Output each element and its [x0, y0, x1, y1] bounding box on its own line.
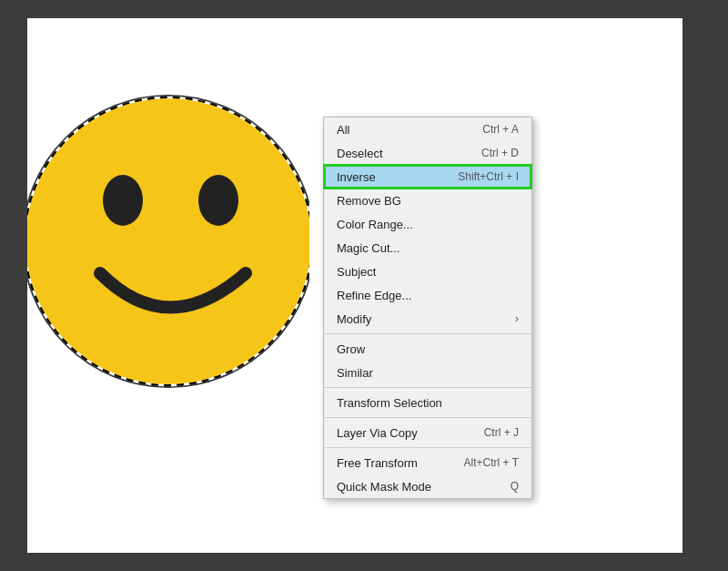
- menu-item-label-similar: Similar: [337, 366, 519, 380]
- menu-item-label-quick-mask: Quick Mask Mode: [337, 480, 501, 494]
- menu-item-refine-edge[interactable]: Refine Edge...: [324, 283, 531, 307]
- menu-item-deselect[interactable]: DeselectCtrl + D: [324, 141, 531, 165]
- menu-item-label-subject: Subject: [337, 265, 519, 279]
- menu-item-label-remove-bg: Remove BG: [337, 194, 519, 208]
- menu-item-label-transform-selection: Transform Selection: [337, 396, 519, 410]
- menu-item-shortcut-inverse: Shift+Ctrl + I: [458, 170, 519, 183]
- svg-point-3: [198, 175, 238, 226]
- submenu-arrow-icon: ›: [515, 312, 519, 325]
- menu-item-free-transform[interactable]: Free TransformAlt+Ctrl + T: [324, 451, 531, 474]
- menu-item-label-free-transform: Free Transform: [337, 456, 455, 470]
- svg-point-1: [27, 96, 309, 387]
- menu-item-subject[interactable]: Subject: [324, 260, 531, 283]
- menu-item-label-deselect: Deselect: [337, 147, 472, 160]
- menu-item-label-grow: Grow: [337, 342, 519, 356]
- menu-item-label-layer-via-copy: Layer Via Copy: [337, 426, 475, 440]
- menu-item-modify[interactable]: Modify›: [324, 307, 531, 331]
- menu-item-color-range[interactable]: Color Range...: [324, 212, 531, 236]
- menu-item-quick-mask[interactable]: Quick Mask ModeQ: [324, 474, 531, 498]
- menu-item-shortcut-deselect: Ctrl + D: [481, 147, 519, 159]
- menu-separator: [324, 417, 531, 418]
- menu-item-shortcut-quick-mask: Q: [511, 480, 519, 493]
- menu-item-label-color-range: Color Range...: [337, 218, 519, 231]
- menu-item-shortcut-layer-via-copy: Ctrl + J: [484, 426, 519, 439]
- smiley-image: [27, 82, 309, 392]
- context-menu: AllCtrl + ADeselectCtrl + DInverseShift+…: [323, 117, 532, 499]
- menu-item-label-magic-cut: Magic Cut...: [337, 241, 519, 255]
- menu-item-transform-selection[interactable]: Transform Selection: [324, 391, 531, 414]
- menu-item-shortcut-free-transform: Alt+Ctrl + T: [464, 456, 519, 469]
- menu-item-label-inverse: Inverse: [337, 170, 449, 184]
- menu-item-label-refine-edge: Refine Edge...: [337, 289, 519, 302]
- menu-item-all[interactable]: AllCtrl + A: [324, 117, 531, 141]
- menu-item-remove-bg[interactable]: Remove BG: [324, 189, 531, 212]
- menu-separator: [324, 447, 531, 448]
- svg-point-2: [103, 175, 143, 226]
- menu-item-shortcut-all: Ctrl + A: [482, 123, 519, 136]
- menu-item-label-all: All: [337, 123, 473, 137]
- menu-item-label-modify: Modify: [337, 312, 515, 326]
- menu-item-inverse[interactable]: InverseShift+Ctrl + I: [324, 165, 531, 189]
- menu-separator: [324, 387, 531, 388]
- menu-item-similar[interactable]: Similar: [324, 361, 531, 384]
- menu-item-magic-cut[interactable]: Magic Cut...: [324, 236, 531, 260]
- menu-item-layer-via-copy[interactable]: Layer Via CopyCtrl + J: [324, 421, 531, 444]
- menu-item-grow[interactable]: Grow: [324, 337, 531, 361]
- menu-separator: [324, 333, 531, 334]
